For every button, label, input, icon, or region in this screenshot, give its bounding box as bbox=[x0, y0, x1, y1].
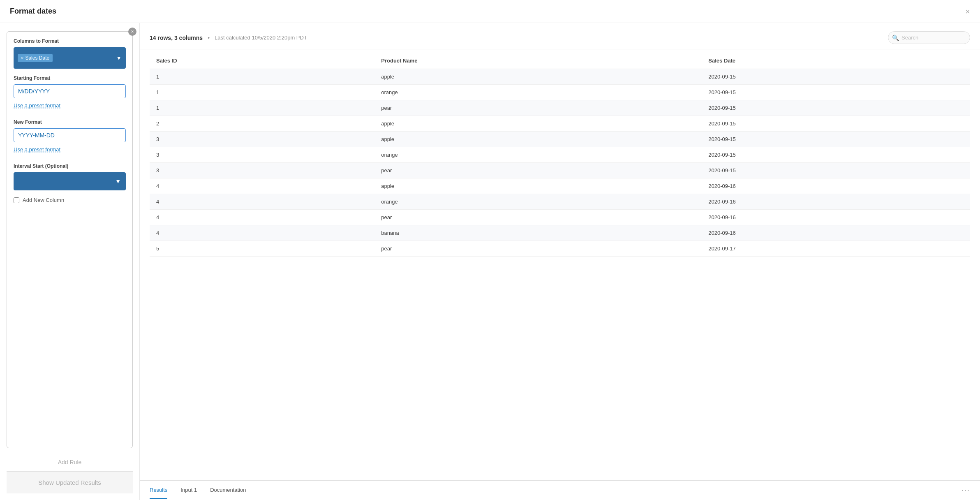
table-cell: 1 bbox=[150, 85, 374, 100]
last-calculated: Last calculated 10/5/2020 2:20pm PDT bbox=[215, 35, 307, 41]
add-rule-button[interactable]: Add Rule bbox=[7, 453, 133, 471]
columns-to-format-section: Columns to Format × Sales Date ▼ bbox=[14, 38, 126, 69]
table-cell: 2020-09-15 bbox=[702, 163, 970, 178]
table-header-row: Sales ID Product Name Sales Date bbox=[150, 53, 970, 69]
interval-dropdown-arrow: ▼ bbox=[115, 178, 121, 185]
table-row: 4apple2020-09-16 bbox=[150, 178, 970, 194]
table-cell: apple bbox=[374, 116, 702, 132]
table-cell: 2020-09-15 bbox=[702, 116, 970, 132]
table-row: 4banana2020-09-16 bbox=[150, 225, 970, 241]
card-close-button[interactable]: × bbox=[128, 28, 136, 36]
app-header: Format dates × bbox=[0, 0, 980, 23]
col-sales-id: Sales ID bbox=[150, 53, 374, 69]
right-panel: 14 rows, 3 columns • Last calculated 10/… bbox=[140, 23, 980, 500]
bottom-tabs: Results Input 1 Documentation ··· bbox=[140, 480, 980, 500]
col-sales-date: Sales Date bbox=[702, 53, 970, 69]
add-new-column-checkbox[interactable] bbox=[14, 197, 19, 203]
table-cell: 3 bbox=[150, 163, 374, 178]
table-cell: orange bbox=[374, 147, 702, 163]
data-stats: 14 rows, 3 columns bbox=[150, 35, 203, 41]
app-title: Format dates bbox=[10, 7, 56, 16]
new-format-input[interactable] bbox=[14, 128, 126, 142]
table-row: 5pear2020-09-17 bbox=[150, 241, 970, 257]
table-row: 4pear2020-09-16 bbox=[150, 210, 970, 225]
table-cell: 2 bbox=[150, 116, 374, 132]
col-product-name: Product Name bbox=[374, 53, 702, 69]
table-cell: 4 bbox=[150, 210, 374, 225]
table-cell: apple bbox=[374, 132, 702, 147]
table-cell: 2020-09-15 bbox=[702, 85, 970, 100]
dot-separator: • bbox=[208, 35, 210, 41]
new-format-section: New Format Use a preset format bbox=[14, 119, 126, 157]
table-cell: pear bbox=[374, 163, 702, 178]
starting-format-input[interactable] bbox=[14, 84, 126, 98]
tab-input1[interactable]: Input 1 bbox=[180, 482, 197, 499]
table-container: Sales ID Product Name Sales Date 1apple2… bbox=[140, 49, 980, 480]
table-cell: 2020-09-16 bbox=[702, 194, 970, 210]
more-tabs-icon[interactable]: ··· bbox=[962, 486, 970, 495]
column-selector-dropdown[interactable]: × Sales Date ▼ bbox=[14, 47, 126, 69]
table-cell: apple bbox=[374, 178, 702, 194]
table-cell: pear bbox=[374, 210, 702, 225]
interval-label: Interval Start (Optional) bbox=[14, 163, 126, 169]
table-cell: 4 bbox=[150, 194, 374, 210]
search-container: 🔍 bbox=[888, 31, 970, 44]
new-format-label: New Format bbox=[14, 119, 126, 125]
table-row: 2apple2020-09-15 bbox=[150, 116, 970, 132]
left-panel: × Columns to Format × Sales Date ▼ Start… bbox=[0, 23, 140, 500]
column-dropdown-arrow: ▼ bbox=[116, 55, 122, 61]
main-layout: × Columns to Format × Sales Date ▼ Start… bbox=[0, 23, 980, 500]
starting-format-label: Starting Format bbox=[14, 75, 126, 81]
table-cell: 5 bbox=[150, 241, 374, 257]
table-cell: 4 bbox=[150, 178, 374, 194]
interval-start-section: Interval Start (Optional) ▼ bbox=[14, 163, 126, 190]
data-meta: 14 rows, 3 columns • Last calculated 10/… bbox=[150, 35, 307, 41]
table-cell: 1 bbox=[150, 69, 374, 85]
table-cell: orange bbox=[374, 85, 702, 100]
table-cell: pear bbox=[374, 241, 702, 257]
preset-link-2[interactable]: Use a preset format bbox=[14, 146, 60, 153]
table-cell: 2020-09-16 bbox=[702, 210, 970, 225]
search-input[interactable] bbox=[888, 31, 970, 44]
tag-label: Sales Date bbox=[25, 55, 49, 61]
tag-remove-icon[interactable]: × bbox=[21, 56, 23, 60]
table-cell: 2020-09-15 bbox=[702, 69, 970, 85]
close-icon[interactable]: × bbox=[965, 7, 970, 16]
table-row: 3pear2020-09-15 bbox=[150, 163, 970, 178]
table-cell: 4 bbox=[150, 225, 374, 241]
columns-label: Columns to Format bbox=[14, 38, 126, 44]
table-cell: 2020-09-15 bbox=[702, 132, 970, 147]
table-cell: orange bbox=[374, 194, 702, 210]
preset-link-1[interactable]: Use a preset format bbox=[14, 102, 60, 109]
table-cell: 2020-09-16 bbox=[702, 178, 970, 194]
data-table: Sales ID Product Name Sales Date 1apple2… bbox=[150, 53, 970, 257]
table-cell: 3 bbox=[150, 132, 374, 147]
show-updated-results-button[interactable]: Show Updated Results bbox=[7, 471, 133, 493]
table-row: 1orange2020-09-15 bbox=[150, 85, 970, 100]
data-header: 14 rows, 3 columns • Last calculated 10/… bbox=[140, 23, 980, 49]
table-row: 3orange2020-09-15 bbox=[150, 147, 970, 163]
add-new-column-label[interactable]: Add New Column bbox=[23, 197, 64, 203]
table-row: 1pear2020-09-15 bbox=[150, 100, 970, 116]
table-cell: 2020-09-15 bbox=[702, 100, 970, 116]
table-cell: banana bbox=[374, 225, 702, 241]
sales-date-tag: × Sales Date bbox=[18, 54, 53, 62]
interval-dropdown[interactable]: ▼ bbox=[14, 172, 126, 190]
table-cell: 3 bbox=[150, 147, 374, 163]
table-row: 3apple2020-09-15 bbox=[150, 132, 970, 147]
table-cell: 2020-09-16 bbox=[702, 225, 970, 241]
add-new-column-row: Add New Column bbox=[14, 197, 126, 203]
format-rule-card: × Columns to Format × Sales Date ▼ Start… bbox=[7, 31, 133, 448]
table-body: 1apple2020-09-151orange2020-09-151pear20… bbox=[150, 69, 970, 257]
table-row: 4orange2020-09-16 bbox=[150, 194, 970, 210]
table-row: 1apple2020-09-15 bbox=[150, 69, 970, 85]
table-cell: 1 bbox=[150, 100, 374, 116]
tab-documentation[interactable]: Documentation bbox=[210, 482, 246, 499]
table-cell: 2020-09-17 bbox=[702, 241, 970, 257]
table-cell: apple bbox=[374, 69, 702, 85]
table-cell: pear bbox=[374, 100, 702, 116]
starting-format-section: Starting Format Use a preset format bbox=[14, 75, 126, 113]
search-icon: 🔍 bbox=[892, 35, 899, 41]
table-cell: 2020-09-15 bbox=[702, 147, 970, 163]
tab-results[interactable]: Results bbox=[150, 482, 167, 499]
